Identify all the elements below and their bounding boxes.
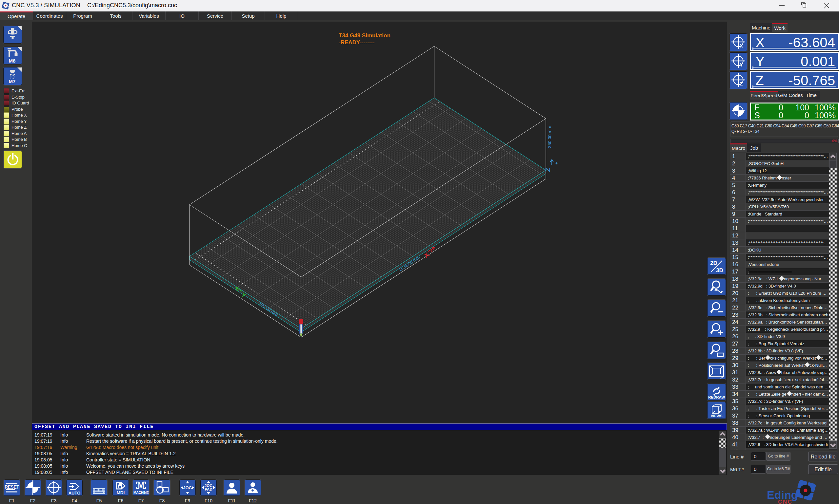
svg-text:+: + [430,249,434,253]
svg-text:Z: Z [544,168,551,172]
svg-text:M: M [138,481,144,490]
svg-text:X: X [740,43,743,49]
svg-text:VIEWS: VIEWS [711,414,722,418]
svg-text:T34 G49 Simulation: T34 G49 Simulation [339,32,391,39]
svg-text:MACHINE: MACHINE [134,490,149,494]
svg-text:+: + [555,161,558,166]
svg-text:AUTO: AUTO [69,490,81,496]
svg-text:Z: Z [740,81,742,87]
svg-text:2D: 2D [710,260,717,266]
svg-text:3D: 3D [716,267,723,273]
svg-text:Y: Y [740,62,743,68]
svg-text:350.00 mm: 350.00 mm [547,126,552,148]
svg-text:CNC: CNC [778,499,792,504]
svg-text:M8: M8 [9,58,16,64]
svg-text:RESET: RESET [5,484,19,490]
svg-text:REDRAW: REDRAW [708,395,725,399]
svg-text:-READY--------: -READY-------- [339,39,375,46]
svg-text:MDI: MDI [117,490,125,495]
svg-text:JOG: JOG [183,485,192,490]
svg-text:M7: M7 [9,78,16,84]
svg-text:PAD: PAD [205,487,212,491]
